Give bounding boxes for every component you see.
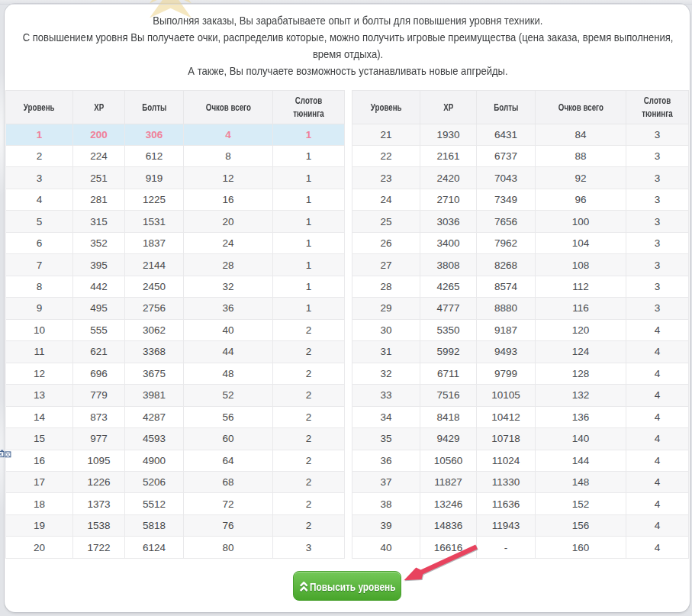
cell-tuning-slots: 3 — [626, 145, 689, 166]
table-row-level-34: 348418104121364 — [352, 406, 689, 427]
cell-xp: 281 — [73, 189, 125, 210]
cell-points-total: 160 — [536, 537, 626, 558]
cell-xp: 779 — [73, 385, 125, 406]
cell-tuning-slots: 4 — [626, 385, 689, 406]
cell-xp: 977 — [73, 428, 125, 450]
cell-xp: 9429 — [420, 428, 477, 450]
table-row-level-6: 63521837241 — [6, 232, 345, 253]
cell-level: 13 — [6, 385, 73, 406]
cell-bolts: 10412 — [477, 406, 536, 427]
cell-level: 22 — [352, 145, 420, 166]
cell-xp: 1930 — [420, 124, 477, 145]
cell-bolts: 9187 — [477, 319, 536, 340]
cell-bolts: 1531 — [125, 211, 184, 232]
cell-xp: 1538 — [73, 514, 125, 536]
cell-tuning-slots: 4 — [626, 319, 689, 340]
cell-bolts: 10718 — [477, 428, 536, 450]
cell-level: 8 — [6, 276, 73, 297]
table-row-level-21: 2119306431843 — [352, 124, 689, 145]
col-header-label: Болты — [142, 101, 166, 114]
cell-level: 7 — [6, 254, 73, 276]
cell-points-total: 152 — [536, 493, 626, 514]
cell-bolts: 612 — [125, 145, 184, 166]
table-row-level-33: 337516101051324 — [352, 385, 689, 406]
level-up-button[interactable]: Повысить уровень — [293, 571, 402, 601]
cell-xp: 873 — [73, 406, 125, 427]
cell-tuning-slots: 2 — [273, 493, 345, 514]
cell-level: 25 — [352, 211, 420, 232]
cell-level: 35 — [352, 428, 420, 450]
cell-tuning-slots: 4 — [626, 428, 689, 450]
table-row-level-3: 3251919121 — [6, 167, 345, 189]
col-header-label: XP — [94, 101, 104, 114]
table-row-level-39: 3914836119431564 — [352, 514, 689, 536]
table-row-level-23: 2324207043923 — [352, 167, 689, 189]
col-header-xp: XP — [73, 90, 125, 124]
cell-tuning-slots: 4 — [626, 514, 689, 536]
cell-points-total: 144 — [536, 450, 626, 471]
cell-bolts: 11330 — [477, 472, 536, 493]
cell-tuning-slots: 1 — [273, 124, 345, 145]
levels-table-21-40: Уровень XP Болты Очков всего Слотов тюни… — [352, 90, 689, 559]
cell-xp: 7516 — [420, 385, 477, 406]
cell-xp: 3808 — [420, 254, 477, 276]
cell-tuning-slots: 3 — [626, 276, 689, 297]
cell-bolts: 5206 — [125, 472, 184, 493]
cell-tuning-slots: 3 — [626, 211, 689, 232]
col-header-tuning-slots: Слотов тюнинга — [273, 90, 345, 124]
cell-tuning-slots: 2 — [273, 514, 345, 536]
col-header-points-total: Очков всего — [184, 90, 273, 124]
cell-bolts: 4287 — [125, 406, 184, 427]
cell-level: 1 — [6, 124, 73, 145]
cell-points-total: 36 — [184, 298, 273, 319]
table-row-level-2: 222461281 — [6, 145, 345, 166]
cell-level: 12 — [6, 363, 73, 384]
table-row-level-10: 105553062402 — [6, 319, 345, 340]
intro-line-text: Выполняя заказы, Вы зарабатываете опыт и… — [153, 12, 542, 29]
cell-bolts: 2144 — [125, 254, 184, 276]
col-header-label: Уровень — [371, 101, 402, 114]
col-header-tuning-slots: Слотов тюнинга — [626, 90, 689, 124]
cell-bolts: 7043 — [477, 167, 536, 189]
cell-tuning-slots: 4 — [626, 493, 689, 514]
cell-xp: 395 — [73, 254, 125, 276]
cell-bolts: 1837 — [125, 232, 184, 253]
cell-xp: 224 — [73, 145, 125, 166]
cell-bolts: 2450 — [125, 276, 184, 297]
table-row-level-17: 1712265206682 — [6, 472, 345, 493]
cell-xp: 16616 — [420, 537, 477, 558]
cell-level: 23 — [352, 167, 420, 189]
col-header-label: Очков всего — [205, 101, 250, 114]
cell-bolts: 3981 — [125, 385, 184, 406]
cell-tuning-slots: 4 — [626, 363, 689, 384]
cell-xp: 495 — [73, 298, 125, 319]
cell-xp: 315 — [73, 211, 125, 232]
cell-bolts: 5512 — [125, 493, 184, 514]
intro-line-text: А также, Вы получаете возможность устана… — [188, 63, 507, 79]
cell-points-total: 8 — [184, 145, 273, 166]
cell-tuning-slots: 4 — [626, 450, 689, 471]
col-header-label: Болты — [494, 101, 518, 114]
cell-level: 28 — [352, 276, 420, 297]
cell-tuning-slots: 4 — [626, 472, 689, 493]
intro-line: С повышением уровня Вы получаете очки, р… — [0, 29, 692, 46]
cell-points-total: 28 — [184, 254, 273, 276]
cell-bolts: 4593 — [125, 428, 184, 450]
table-header-row: Уровень XP Болты Очков всего Слотов тюни… — [352, 90, 689, 124]
cell-tuning-slots: 4 — [626, 406, 689, 427]
table-row-level-31: 31599294931244 — [352, 341, 689, 363]
cell-level: 17 — [6, 472, 73, 493]
cell-tuning-slots: 3 — [626, 254, 689, 276]
table-row-level-22: 2221616737883 — [352, 145, 689, 166]
table-row-level-40: 4016616-1604 — [352, 537, 689, 558]
double-chevron-up-icon — [300, 582, 308, 592]
cell-points-total: 156 — [536, 514, 626, 536]
cell-bolts: 8574 — [477, 276, 536, 297]
cell-level: 33 — [352, 385, 420, 406]
cell-tuning-slots: 3 — [626, 189, 689, 210]
cell-tuning-slots: 2 — [273, 319, 345, 340]
cell-points-total: 56 — [184, 406, 273, 427]
cell-points-total: 112 — [536, 276, 626, 297]
cell-points-total: 104 — [536, 232, 626, 253]
cell-tuning-slots: 2 — [273, 450, 345, 471]
